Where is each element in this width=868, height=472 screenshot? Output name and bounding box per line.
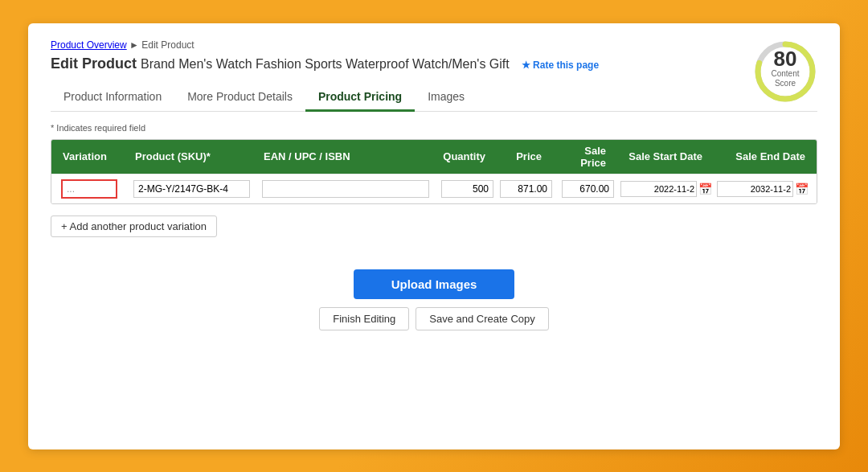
- table-row: 📅 📅: [51, 174, 817, 203]
- th-sale-start-date: Sale Start Date: [617, 150, 714, 162]
- sku-input[interactable]: [133, 180, 250, 198]
- table-header-row: Variation Product (SKU)* EAN / UPC / ISB…: [51, 140, 817, 174]
- td-sale-price: [553, 180, 617, 198]
- bottom-actions: Upload Images Finish Editing Save and Cr…: [51, 269, 817, 330]
- page-title-area: Edit Product Brand Men's Watch Fashion S…: [51, 55, 817, 72]
- td-variation: [58, 179, 130, 199]
- calendar-icon-end[interactable]: 📅: [795, 183, 809, 195]
- score-label: Content Score: [769, 69, 801, 88]
- tab-product-pricing[interactable]: Product Pricing: [305, 84, 415, 112]
- breadcrumb-current: Edit Product: [141, 39, 194, 51]
- tab-product-information[interactable]: Product Information: [51, 84, 174, 112]
- price-input[interactable]: [500, 180, 552, 198]
- content-score-widget: 80 Content Score: [753, 39, 817, 104]
- sale-price-input[interactable]: [562, 180, 614, 198]
- th-sale-end-date: Sale End Date: [714, 150, 810, 162]
- page-title-prefix: Edit Product: [51, 55, 137, 72]
- th-sale-price: Sale Price: [553, 145, 617, 169]
- th-ean: EAN / UPC / ISBN: [259, 150, 432, 162]
- sale-start-date-input[interactable]: [620, 181, 697, 197]
- variation-input[interactable]: [61, 179, 117, 199]
- td-sku: [130, 180, 259, 198]
- rate-link[interactable]: ★ Rate this page: [522, 60, 599, 71]
- tab-more-product-details[interactable]: More Product Details: [174, 84, 305, 112]
- finish-editing-button[interactable]: Finish Editing: [319, 307, 409, 330]
- save-copy-button[interactable]: Save and Create Copy: [416, 307, 549, 330]
- td-sale-end-date: 📅: [714, 181, 810, 197]
- breadcrumb: Product Overview ► Edit Product: [51, 39, 817, 51]
- sale-end-date-input[interactable]: [717, 181, 793, 197]
- td-ean: [259, 180, 432, 198]
- th-quantity: Quantity: [432, 150, 497, 162]
- secondary-actions: Finish Editing Save and Create Copy: [319, 307, 549, 330]
- th-sku: Product (SKU)*: [130, 150, 259, 162]
- th-price: Price: [497, 150, 553, 162]
- quantity-input[interactable]: [441, 180, 493, 198]
- td-price: [497, 180, 553, 198]
- add-variation-button[interactable]: + Add another product variation: [51, 215, 217, 237]
- score-number: 80: [769, 48, 801, 69]
- score-text: 80 Content Score: [769, 48, 801, 88]
- product-name: Brand Men's Watch Fashion Sports Waterpr…: [141, 57, 510, 71]
- upload-images-button[interactable]: Upload Images: [354, 269, 514, 299]
- tabs-container: Product Information More Product Details…: [51, 84, 817, 112]
- required-note: * Indicates required field: [51, 123, 817, 133]
- ean-input[interactable]: [262, 180, 429, 198]
- calendar-icon-start[interactable]: 📅: [698, 183, 712, 195]
- td-sale-start-date: 📅: [617, 181, 714, 197]
- tab-images[interactable]: Images: [415, 84, 477, 112]
- pricing-table: Variation Product (SKU)* EAN / UPC / ISB…: [51, 139, 817, 204]
- main-card: Product Overview ► Edit Product Edit Pro…: [28, 23, 840, 449]
- td-quantity: [432, 180, 497, 198]
- th-variation: Variation: [58, 150, 130, 162]
- breadcrumb-link[interactable]: Product Overview: [51, 39, 127, 51]
- breadcrumb-separator: ►: [129, 39, 141, 51]
